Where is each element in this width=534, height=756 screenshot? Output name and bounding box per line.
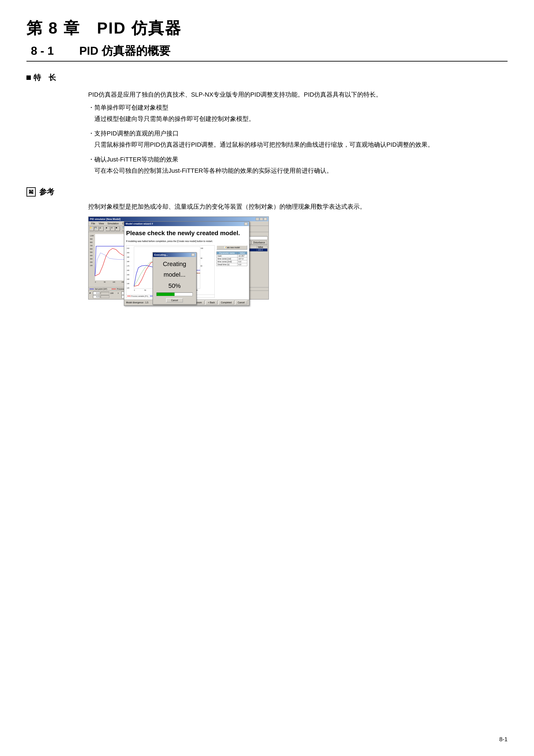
svg-text:300: 300 — [90, 258, 92, 260]
reference-content: 控制对象模型是把加热或冷却、流量或压力的变化等装置（控制对象）的物理现象用数学表… — [88, 202, 508, 300]
wizard-controls: ✕ — [244, 222, 248, 226]
back-btn[interactable]: < Back — [205, 301, 217, 305]
svg-text:200: 200 — [90, 261, 92, 263]
executing-content: Creating model... 50% Cancel — [153, 257, 196, 304]
toolbar-btn-6[interactable]: ⏹ — [115, 227, 120, 231]
tab-disturbance[interactable]: Disturbance — [251, 241, 267, 244]
svg-text:900: 900 — [90, 238, 92, 240]
feature-desc-3: 可在本公司独自的控制算法Just-FiTTER等各种功能的效果的实际运行使用前进… — [94, 165, 508, 176]
i-label: I — [118, 292, 120, 294]
menu-view[interactable]: View — [97, 222, 106, 225]
section-title-text: PID 仿真器的概要 — [79, 44, 170, 57]
legend-sp: Set point (SP) — [89, 288, 107, 290]
reference-label: 鬮 参考 — [26, 187, 508, 197]
svg-text:200: 200 — [127, 252, 129, 254]
status-buttons: Undo zoom < Back Completed Cancel — [188, 301, 247, 305]
wizard-tc2-value: 0.0 — [238, 260, 247, 263]
svg-text:0: 0 — [95, 281, 96, 283]
legend-pv-item: Process variable (PV) — [127, 295, 148, 297]
minimize-btn[interactable]: _ — [256, 218, 259, 221]
p-slider-1[interactable] — [100, 292, 109, 294]
svg-text:400: 400 — [90, 255, 92, 256]
p-input-2[interactable] — [93, 295, 100, 298]
feature-title-3: 确认Just-FiTTER等功能的效果 — [88, 155, 508, 164]
bullet-icon — [26, 75, 31, 80]
executing-cancel-btn[interactable]: Cancel — [166, 298, 183, 303]
svg-text:180: 180 — [127, 261, 129, 262]
model-divergence-label: Model divergence : 1.5 — [126, 301, 148, 304]
wizard-titlebar: Model creation wizard # ✕ — [124, 222, 249, 226]
p-value-1: 100 — [110, 292, 114, 294]
p-input-1[interactable] — [93, 292, 100, 295]
close-btn[interactable]: ✕ — [264, 218, 267, 221]
executing-close[interactable]: ✕ — [191, 253, 195, 256]
wizard-msg2: If modeling was halted before completion… — [126, 239, 247, 243]
wizard-dt-name: Dead time (s) — [216, 263, 238, 266]
toolbar-btn-5[interactable]: ⏸ — [111, 227, 115, 231]
wizard-param-table: Parameter name Value Gain 10.357 time co… — [216, 252, 247, 266]
maximize-btn[interactable]: □ — [260, 218, 263, 221]
wizard-tc1-name: time const.(1st) — [216, 257, 238, 260]
svg-text:50: 50 — [144, 289, 146, 291]
wizard-param-panel: 📝 ate new model Parameter name Value Gai… — [216, 245, 247, 298]
section-title: 8 - 1 PID 仿真器的概要 — [26, 43, 508, 62]
section-num: 8 - 1 — [31, 44, 54, 57]
page-number: 8-1 — [499, 736, 508, 743]
svg-text:210: 210 — [127, 248, 129, 249]
create-new-model-btn[interactable]: 📝 ate new model — [216, 245, 247, 250]
feature-title-1: 简单操作即可创建对象模型 — [88, 103, 508, 112]
wizard-gain-value: 10.357 — [238, 254, 247, 257]
menu-file[interactable]: File — [89, 222, 97, 225]
feature-item-3: 确认Just-FiTTER等功能的效果 可在本公司独自的控制算法Just-FiT… — [88, 155, 508, 176]
executing-dialog: Executing... ✕ Creating model... 50% Can… — [153, 252, 196, 305]
win-controls: _ □ ✕ — [256, 218, 267, 221]
svg-text:500: 500 — [90, 252, 92, 253]
executing-controls: ✕ — [191, 253, 195, 256]
chapter-title: 第 8 章 PID 仿真器 — [26, 18, 508, 39]
svg-text:50: 50 — [104, 281, 106, 283]
svg-text:0: 0 — [134, 289, 135, 291]
create-btn-label: ate new model — [227, 246, 240, 249]
svg-text:600: 600 — [90, 248, 92, 250]
wizard-tc1-value: 227.0 — [238, 257, 247, 260]
legend-pv-label-w: Process variable (PV) — [131, 295, 148, 297]
wizard-dt-value: 0.0 — [238, 263, 247, 266]
toolbar-sep-1 — [104, 227, 105, 231]
reference-label-text: 参考 — [39, 187, 54, 197]
create-btn-icon: 📝 — [224, 246, 227, 249]
menu-simulation[interactable]: Simulation — [106, 222, 120, 225]
cancel-main-btn[interactable]: Cancel — [235, 301, 247, 305]
svg-text:120: 120 — [127, 287, 129, 289]
features-label: 特 长 — [26, 72, 508, 83]
feature-desc-2: 只需鼠标操作即可用PID仿真器进行PID调整。通过鼠标的移动可把控制结果的曲线进… — [94, 139, 508, 150]
p-slider-2[interactable] — [100, 295, 109, 298]
toolbar-btn-2[interactable]: 💾 — [94, 227, 99, 231]
pid-screenshot: PID simulator [New Model] _ □ ✕ File Vie… — [88, 216, 269, 300]
svg-text:80: 80 — [201, 265, 202, 267]
features-label-text: 特 长 — [34, 72, 56, 83]
toolbar-btn-3[interactable]: 🖨 — [99, 227, 104, 231]
pid-window-title: PID simulator [New Model] — [90, 218, 120, 220]
toolbar-btn-1[interactable]: 📁 — [89, 227, 94, 231]
legend-pv-line — [112, 289, 116, 289]
wizard-close[interactable]: ✕ — [244, 222, 248, 226]
feature-title-2: 支持PID调整的直观的用户接口 — [88, 129, 508, 138]
svg-text:90: 90 — [201, 257, 202, 259]
toolbar-btn-4[interactable]: ▶ — [106, 227, 110, 231]
toolbar-sep-2 — [121, 227, 121, 231]
features-intro: PID仿真器是应用了独自的仿真技术、SLP-NX专业版专用的PID调整支持功能。… — [88, 89, 508, 100]
reference-icon: 鬮 — [26, 187, 36, 197]
progress-container — [157, 292, 192, 296]
executing-titlebar: Executing... ✕ — [153, 253, 196, 257]
svg-text:140: 140 — [127, 279, 129, 280]
svg-text:160: 160 — [127, 270, 129, 271]
feature-desc-1: 通过模型创建向导只需简单的操作即可创建控制对象模型。 — [94, 114, 508, 124]
param-row-p: P 100 — [89, 292, 114, 295]
legend-pv-line-w — [127, 296, 131, 296]
p-label: P — [89, 292, 92, 294]
wizard-title: Model creation wizard # — [126, 222, 153, 226]
wizard-msg1: Please check the newly created model. — [126, 228, 247, 238]
param-row-p2 — [89, 295, 114, 298]
completed-btn[interactable]: Completed — [218, 301, 234, 305]
svg-text:700: 700 — [90, 245, 92, 246]
